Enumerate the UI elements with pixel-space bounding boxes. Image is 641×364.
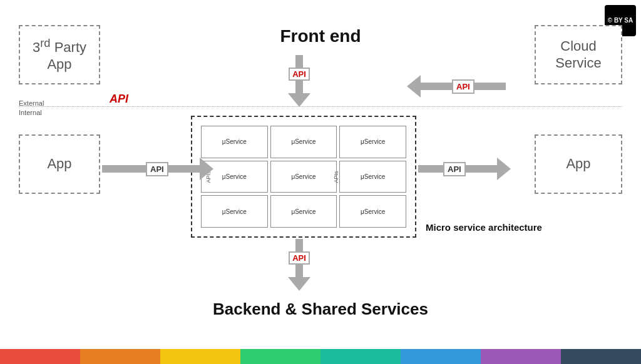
internal-label: Internal xyxy=(19,108,44,118)
arrow-down-backend: API xyxy=(288,239,310,291)
arrow-left-cloud: API xyxy=(407,75,506,98)
ext-int-labels: External Internal xyxy=(19,99,44,118)
apis-right-label: APIs xyxy=(333,171,339,183)
uservice-1: μService xyxy=(201,126,268,158)
bar-segment-3 xyxy=(160,349,240,364)
uservice-3: μService xyxy=(339,126,406,158)
cc-label: © BY SA xyxy=(608,17,633,24)
ext-int-separator xyxy=(19,106,622,107)
cloud-service-label: Cloud Service xyxy=(536,38,621,71)
app-left-box: App xyxy=(19,134,100,194)
bar-segment-7 xyxy=(481,349,561,364)
api-label-cloud: API xyxy=(456,82,470,91)
backend-label: Backend & Shared Services xyxy=(213,300,428,319)
api-label-right: API xyxy=(448,164,461,174)
api-label-top: API xyxy=(292,69,306,79)
bar-segment-4 xyxy=(240,349,320,364)
cloud-service-box: Cloud Service xyxy=(535,25,622,84)
uservice-9: μService xyxy=(339,195,406,228)
bar-segment-1 xyxy=(0,349,80,364)
api-label-external-left: API xyxy=(110,93,128,106)
app-right-label: App xyxy=(566,156,590,172)
bottom-bar xyxy=(0,349,641,364)
third-party-app-box: 3rd PartyApp xyxy=(19,25,100,84)
bar-segment-2 xyxy=(80,349,160,364)
msa-label: Micro service architecture xyxy=(426,222,542,233)
uservice-5: μService xyxy=(270,161,337,193)
api-label-bottom: API xyxy=(292,253,306,263)
frontend-label: Front end xyxy=(280,26,361,46)
external-label: External xyxy=(19,99,44,108)
arrow-down-frontend: API xyxy=(288,55,310,107)
arrow-right-app-msa: API xyxy=(102,158,213,180)
bar-segment-5 xyxy=(320,349,401,364)
third-party-app-label: 3rd PartyApp xyxy=(33,36,86,73)
uservice-2: μService xyxy=(270,126,337,158)
uservice-8: μService xyxy=(270,195,337,228)
arrow-right-msa-app: API xyxy=(418,158,511,180)
bar-segment-6 xyxy=(401,349,481,364)
api-label-left: API xyxy=(150,164,164,174)
app-left-label: App xyxy=(47,156,71,172)
app-right-box: App xyxy=(535,134,622,194)
diagram-container: © BY SA Front end 3rd PartyApp Cloud Ser… xyxy=(0,0,641,349)
uservice-7: μService xyxy=(201,195,268,228)
uservice-6: μService xyxy=(339,161,406,193)
bar-segment-8 xyxy=(561,349,641,364)
uservice-grid: μService μService μService μService μSer… xyxy=(197,122,410,231)
